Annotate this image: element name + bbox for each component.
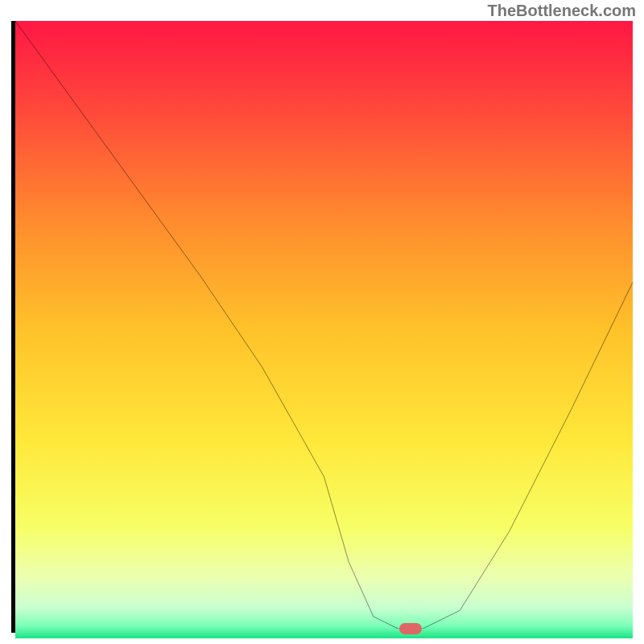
site-watermark: TheBottleneck.com: [488, 2, 636, 20]
bottleneck-curve: [15, 21, 633, 629]
optimal-point-marker: [399, 623, 422, 634]
plot-area: [11, 21, 633, 633]
